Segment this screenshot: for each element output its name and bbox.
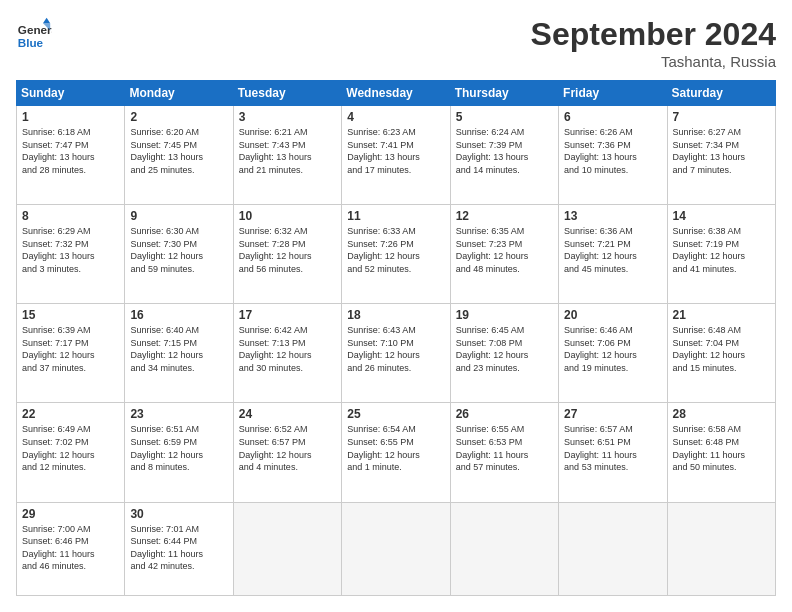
logo-icon: General Blue <box>16 16 52 52</box>
cell-info: Sunrise: 6:55 AM Sunset: 6:53 PM Dayligh… <box>456 423 553 473</box>
table-row: 13Sunrise: 6:36 AM Sunset: 7:21 PM Dayli… <box>559 205 667 304</box>
table-row: 11Sunrise: 6:33 AM Sunset: 7:26 PM Dayli… <box>342 205 450 304</box>
cell-info: Sunrise: 6:39 AM Sunset: 7:17 PM Dayligh… <box>22 324 119 374</box>
day-number: 30 <box>130 507 227 521</box>
table-row: 12Sunrise: 6:35 AM Sunset: 7:23 PM Dayli… <box>450 205 558 304</box>
col-thursday: Thursday <box>450 81 558 106</box>
day-number: 25 <box>347 407 444 421</box>
cell-info: Sunrise: 6:43 AM Sunset: 7:10 PM Dayligh… <box>347 324 444 374</box>
day-number: 23 <box>130 407 227 421</box>
day-number: 28 <box>673 407 770 421</box>
table-row: 16Sunrise: 6:40 AM Sunset: 7:15 PM Dayli… <box>125 304 233 403</box>
day-number: 9 <box>130 209 227 223</box>
cell-info: Sunrise: 6:18 AM Sunset: 7:47 PM Dayligh… <box>22 126 119 176</box>
day-number: 8 <box>22 209 119 223</box>
day-number: 26 <box>456 407 553 421</box>
cell-info: Sunrise: 6:36 AM Sunset: 7:21 PM Dayligh… <box>564 225 661 275</box>
cell-info: Sunrise: 6:33 AM Sunset: 7:26 PM Dayligh… <box>347 225 444 275</box>
location: Tashanta, Russia <box>531 53 776 70</box>
cell-info: Sunrise: 6:32 AM Sunset: 7:28 PM Dayligh… <box>239 225 336 275</box>
day-number: 17 <box>239 308 336 322</box>
table-row <box>342 502 450 595</box>
table-row: 1Sunrise: 6:18 AM Sunset: 7:47 PM Daylig… <box>17 106 125 205</box>
day-number: 10 <box>239 209 336 223</box>
table-row: 17Sunrise: 6:42 AM Sunset: 7:13 PM Dayli… <box>233 304 341 403</box>
cell-info: Sunrise: 6:46 AM Sunset: 7:06 PM Dayligh… <box>564 324 661 374</box>
cell-info: Sunrise: 6:26 AM Sunset: 7:36 PM Dayligh… <box>564 126 661 176</box>
col-saturday: Saturday <box>667 81 775 106</box>
table-row: 25Sunrise: 6:54 AM Sunset: 6:55 PM Dayli… <box>342 403 450 502</box>
day-number: 18 <box>347 308 444 322</box>
calendar-header-row: Sunday Monday Tuesday Wednesday Thursday… <box>17 81 776 106</box>
table-row: 18Sunrise: 6:43 AM Sunset: 7:10 PM Dayli… <box>342 304 450 403</box>
day-number: 11 <box>347 209 444 223</box>
day-number: 1 <box>22 110 119 124</box>
day-number: 27 <box>564 407 661 421</box>
cell-info: Sunrise: 6:35 AM Sunset: 7:23 PM Dayligh… <box>456 225 553 275</box>
table-row: 14Sunrise: 6:38 AM Sunset: 7:19 PM Dayli… <box>667 205 775 304</box>
table-row: 7Sunrise: 6:27 AM Sunset: 7:34 PM Daylig… <box>667 106 775 205</box>
day-number: 29 <box>22 507 119 521</box>
cell-info: Sunrise: 7:00 AM Sunset: 6:46 PM Dayligh… <box>22 523 119 573</box>
table-row: 20Sunrise: 6:46 AM Sunset: 7:06 PM Dayli… <box>559 304 667 403</box>
table-row <box>559 502 667 595</box>
table-row: 19Sunrise: 6:45 AM Sunset: 7:08 PM Dayli… <box>450 304 558 403</box>
table-row <box>667 502 775 595</box>
day-number: 4 <box>347 110 444 124</box>
cell-info: Sunrise: 7:01 AM Sunset: 6:44 PM Dayligh… <box>130 523 227 573</box>
calendar-table: Sunday Monday Tuesday Wednesday Thursday… <box>16 80 776 596</box>
cell-info: Sunrise: 6:49 AM Sunset: 7:02 PM Dayligh… <box>22 423 119 473</box>
table-row: 27Sunrise: 6:57 AM Sunset: 6:51 PM Dayli… <box>559 403 667 502</box>
table-row: 10Sunrise: 6:32 AM Sunset: 7:28 PM Dayli… <box>233 205 341 304</box>
table-row: 8Sunrise: 6:29 AM Sunset: 7:32 PM Daylig… <box>17 205 125 304</box>
table-row <box>233 502 341 595</box>
page: General Blue September 2024 Tashanta, Ru… <box>0 0 792 612</box>
table-row: 5Sunrise: 6:24 AM Sunset: 7:39 PM Daylig… <box>450 106 558 205</box>
cell-info: Sunrise: 6:30 AM Sunset: 7:30 PM Dayligh… <box>130 225 227 275</box>
col-wednesday: Wednesday <box>342 81 450 106</box>
cell-info: Sunrise: 6:54 AM Sunset: 6:55 PM Dayligh… <box>347 423 444 473</box>
table-row: 26Sunrise: 6:55 AM Sunset: 6:53 PM Dayli… <box>450 403 558 502</box>
cell-info: Sunrise: 6:24 AM Sunset: 7:39 PM Dayligh… <box>456 126 553 176</box>
day-number: 2 <box>130 110 227 124</box>
cell-info: Sunrise: 6:45 AM Sunset: 7:08 PM Dayligh… <box>456 324 553 374</box>
svg-text:Blue: Blue <box>18 36 44 49</box>
table-row: 28Sunrise: 6:58 AM Sunset: 6:48 PM Dayli… <box>667 403 775 502</box>
col-friday: Friday <box>559 81 667 106</box>
cell-info: Sunrise: 6:58 AM Sunset: 6:48 PM Dayligh… <box>673 423 770 473</box>
day-number: 19 <box>456 308 553 322</box>
cell-info: Sunrise: 6:29 AM Sunset: 7:32 PM Dayligh… <box>22 225 119 275</box>
day-number: 24 <box>239 407 336 421</box>
cell-info: Sunrise: 6:21 AM Sunset: 7:43 PM Dayligh… <box>239 126 336 176</box>
cell-info: Sunrise: 6:40 AM Sunset: 7:15 PM Dayligh… <box>130 324 227 374</box>
logo: General Blue <box>16 16 52 52</box>
col-monday: Monday <box>125 81 233 106</box>
day-number: 6 <box>564 110 661 124</box>
cell-info: Sunrise: 6:51 AM Sunset: 6:59 PM Dayligh… <box>130 423 227 473</box>
day-number: 16 <box>130 308 227 322</box>
col-tuesday: Tuesday <box>233 81 341 106</box>
cell-info: Sunrise: 6:23 AM Sunset: 7:41 PM Dayligh… <box>347 126 444 176</box>
table-row: 6Sunrise: 6:26 AM Sunset: 7:36 PM Daylig… <box>559 106 667 205</box>
table-row: 29Sunrise: 7:00 AM Sunset: 6:46 PM Dayli… <box>17 502 125 595</box>
table-row: 15Sunrise: 6:39 AM Sunset: 7:17 PM Dayli… <box>17 304 125 403</box>
header: General Blue September 2024 Tashanta, Ru… <box>16 16 776 70</box>
day-number: 5 <box>456 110 553 124</box>
day-number: 22 <box>22 407 119 421</box>
cell-info: Sunrise: 6:52 AM Sunset: 6:57 PM Dayligh… <box>239 423 336 473</box>
cell-info: Sunrise: 6:57 AM Sunset: 6:51 PM Dayligh… <box>564 423 661 473</box>
cell-info: Sunrise: 6:27 AM Sunset: 7:34 PM Dayligh… <box>673 126 770 176</box>
cell-info: Sunrise: 6:38 AM Sunset: 7:19 PM Dayligh… <box>673 225 770 275</box>
table-row: 22Sunrise: 6:49 AM Sunset: 7:02 PM Dayli… <box>17 403 125 502</box>
cell-info: Sunrise: 6:48 AM Sunset: 7:04 PM Dayligh… <box>673 324 770 374</box>
table-row: 24Sunrise: 6:52 AM Sunset: 6:57 PM Dayli… <box>233 403 341 502</box>
col-sunday: Sunday <box>17 81 125 106</box>
table-row: 3Sunrise: 6:21 AM Sunset: 7:43 PM Daylig… <box>233 106 341 205</box>
day-number: 12 <box>456 209 553 223</box>
day-number: 15 <box>22 308 119 322</box>
table-row: 9Sunrise: 6:30 AM Sunset: 7:30 PM Daylig… <box>125 205 233 304</box>
table-row: 23Sunrise: 6:51 AM Sunset: 6:59 PM Dayli… <box>125 403 233 502</box>
table-row: 21Sunrise: 6:48 AM Sunset: 7:04 PM Dayli… <box>667 304 775 403</box>
table-row <box>450 502 558 595</box>
day-number: 3 <box>239 110 336 124</box>
